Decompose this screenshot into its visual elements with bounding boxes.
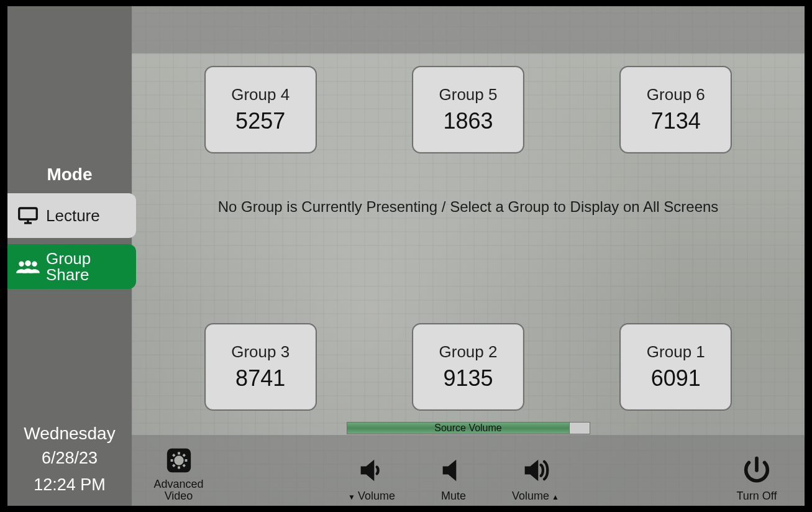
mode-group-share-label-line2: Share (46, 267, 91, 283)
mode-header: Mode (7, 165, 132, 185)
group-code: 7134 (651, 108, 701, 134)
group-code: 5257 (235, 108, 285, 134)
source-volume-bar[interactable]: Source Volume (347, 422, 590, 434)
svg-point-5 (32, 262, 37, 267)
group-tile-6[interactable]: Group 6 7134 (619, 66, 732, 153)
top-bar (132, 6, 805, 53)
bottom-dock: Advanced Video Volume (132, 435, 805, 506)
group-label: Group 4 (231, 85, 290, 104)
group-code: 6091 (651, 365, 701, 391)
group-tile-4[interactable]: Group 4 5257 (204, 66, 317, 153)
volume-down-label: Volume (348, 490, 395, 502)
datetime-block: Wednesday 6/28/23 12:24 PM (7, 424, 132, 506)
power-icon (741, 454, 773, 487)
turn-off-label: Turn Off (736, 490, 777, 502)
date-label: 6/28/23 (7, 449, 132, 468)
group-row-top: Group 4 5257 Group 5 1863 Group 6 7134 (132, 66, 805, 153)
mode-group-share-label-line1: Group (46, 250, 91, 267)
mode-lecture-button[interactable]: Lecture (7, 193, 136, 238)
group-tile-2[interactable]: Group 2 9135 (412, 323, 524, 411)
group-tile-1[interactable]: Group 1 6091 (619, 323, 732, 411)
volume-up-button[interactable]: Volume (512, 454, 559, 502)
status-message: No Group is Currently Presenting / Selec… (132, 198, 805, 216)
day-label: Wednesday (7, 424, 132, 444)
group-tile-3[interactable]: Group 3 8741 (204, 323, 317, 411)
monitor-icon (15, 204, 41, 227)
group-code: 1863 (443, 108, 493, 134)
group-label: Group 3 (231, 342, 290, 362)
group-code: 9135 (443, 365, 493, 391)
people-icon (15, 257, 41, 277)
mute-icon (437, 454, 470, 487)
group-code: 8741 (235, 365, 285, 391)
svg-point-4 (25, 260, 30, 266)
group-label: Group 6 (647, 85, 705, 104)
advanced-video-label: Advanced Video (153, 478, 203, 502)
turn-off-button[interactable]: Turn Off (729, 454, 785, 502)
time-label: 12:24 PM (7, 475, 132, 495)
volume-up-label: Volume (512, 490, 559, 502)
mute-button[interactable]: Mute (437, 454, 470, 502)
group-tile-5[interactable]: Group 5 1863 (412, 66, 524, 153)
group-label: Group 1 (647, 342, 705, 362)
volume-down-icon (355, 454, 388, 487)
mute-label: Mute (441, 490, 466, 502)
source-volume-fill (347, 423, 570, 434)
svg-point-3 (19, 262, 24, 267)
group-row-bottom: Group 3 8741 Group 2 9135 Group 1 6091 (132, 323, 805, 411)
gear-icon (165, 446, 193, 475)
mode-lecture-label: Lecture (46, 206, 100, 226)
mode-group-share-button[interactable]: Group Share (7, 244, 136, 289)
volume-down-button[interactable]: Volume (348, 454, 395, 502)
group-label: Group 5 (439, 85, 498, 104)
sidebar: Mode Lecture (7, 6, 132, 506)
svg-rect-0 (19, 208, 37, 219)
advanced-video-button[interactable]: Advanced Video (149, 446, 208, 502)
group-label: Group 2 (439, 342, 498, 362)
volume-up-icon (519, 454, 552, 487)
